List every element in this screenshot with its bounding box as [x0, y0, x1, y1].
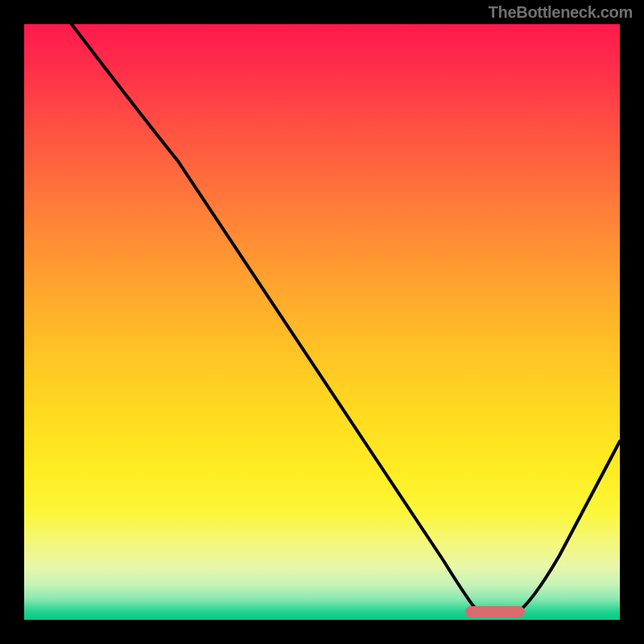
plot-area [24, 24, 620, 620]
highlight-marker [465, 606, 525, 617]
curve-path [72, 24, 620, 616]
watermark-text: TheBottleneck.com [489, 3, 633, 22]
curve-svg [24, 24, 620, 620]
chart-container: TheBottleneck.com [0, 0, 644, 644]
